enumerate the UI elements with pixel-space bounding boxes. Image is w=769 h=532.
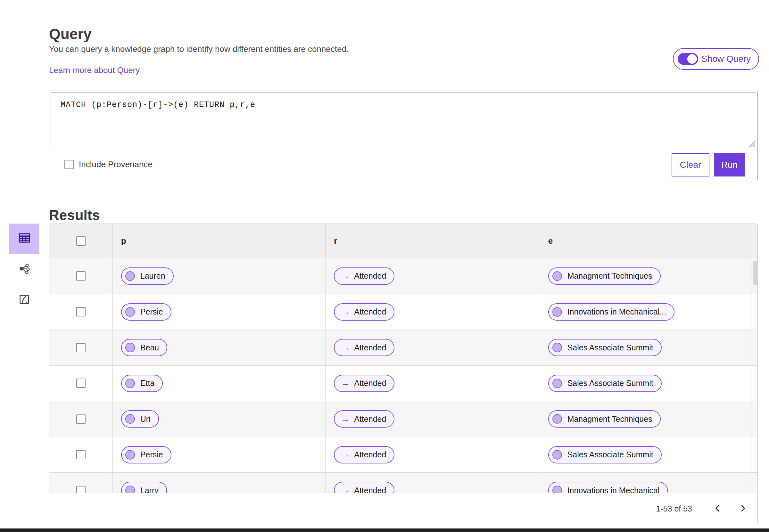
relation-pill[interactable]: →Attended xyxy=(334,446,395,463)
table-row: Beau →Attended Sales Associate Summit xyxy=(49,330,757,365)
entity-pill[interactable]: Etta xyxy=(121,375,163,392)
show-query-toggle[interactable]: Show Query xyxy=(673,48,759,70)
entity-pill[interactable]: Sales Associate Summit xyxy=(548,339,662,356)
entity-node-icon xyxy=(552,343,562,352)
table-view-button[interactable] xyxy=(9,224,39,254)
query-input[interactable]: MATCH (p:Person)-[r]->(e) RETURN p,r,e xyxy=(51,92,756,148)
entity-pill[interactable]: Innovations in Mechanical xyxy=(548,482,668,494)
chevron-right-icon xyxy=(738,503,748,514)
arrow-right-icon: → xyxy=(341,272,349,280)
table-row: Etta →Attended Sales Associate Summit xyxy=(49,365,757,401)
entity-node-icon xyxy=(552,450,562,460)
entity-node-icon xyxy=(125,343,135,352)
arrow-right-icon: → xyxy=(341,343,349,352)
pagination-range: 1-53 of 53 xyxy=(656,504,692,513)
page-description: You can query a knowledge graph to ident… xyxy=(49,44,348,54)
results-table: p r e Lauren →Attended Managment Techniq… xyxy=(49,224,758,524)
row-checkbox[interactable] xyxy=(76,450,86,459)
next-page-button[interactable] xyxy=(736,501,750,516)
row-checkbox[interactable] xyxy=(76,379,86,388)
table-row: Larry →Attended Innovations in Mechanica… xyxy=(49,472,757,494)
arrow-right-icon: → xyxy=(341,307,349,316)
vertical-scrollbar[interactable] xyxy=(753,261,757,285)
entity-pill[interactable]: Managment Techniques xyxy=(548,410,661,428)
entity-node-icon xyxy=(125,486,135,494)
entity-pill[interactable]: Lauren xyxy=(121,267,174,285)
entity-pill[interactable]: Managment Techniques xyxy=(548,267,661,285)
entity-node-icon xyxy=(125,271,135,281)
arrow-right-icon: → xyxy=(341,415,349,423)
map-icon xyxy=(18,293,31,307)
row-checkbox[interactable] xyxy=(76,271,86,281)
query-panel: MATCH (p:Person)-[r]->(e) RETURN p,r,e I… xyxy=(49,91,758,180)
entity-node-icon xyxy=(552,271,562,281)
entity-pill[interactable]: Persie xyxy=(121,303,171,321)
row-checkbox[interactable] xyxy=(76,414,86,424)
entity-node-icon xyxy=(125,379,135,388)
map-view-button[interactable] xyxy=(9,285,39,315)
entity-pill[interactable]: Larry xyxy=(121,482,167,494)
show-query-label: Show Query xyxy=(701,54,751,64)
relation-pill[interactable]: →Attended xyxy=(334,303,395,321)
learn-more-link[interactable]: Learn more about Query xyxy=(49,65,140,75)
entity-node-icon xyxy=(552,379,562,388)
column-header-r: r xyxy=(334,236,337,246)
row-checkbox[interactable] xyxy=(76,486,86,494)
entity-pill[interactable]: Beau xyxy=(121,339,167,356)
entity-pill[interactable]: Uri xyxy=(121,410,159,428)
entity-node-icon xyxy=(552,414,562,424)
table-row: Lauren →Attended Managment Techniques xyxy=(49,258,757,294)
network-view-button[interactable] xyxy=(9,254,39,284)
network-graph-icon xyxy=(18,263,30,276)
arrow-right-icon: → xyxy=(341,450,349,459)
table-body: Lauren →Attended Managment Techniques Pe… xyxy=(49,258,757,494)
include-provenance-label: Include Provenance xyxy=(79,160,152,169)
row-checkbox[interactable] xyxy=(76,307,86,316)
entity-pill[interactable]: Persie xyxy=(121,446,171,463)
toggle-switch-icon[interactable] xyxy=(678,53,698,65)
relation-pill[interactable]: →Attended xyxy=(334,339,395,356)
previous-page-button[interactable] xyxy=(710,501,725,516)
relation-pill[interactable]: →Attended xyxy=(334,375,395,392)
select-all-checkbox[interactable] xyxy=(76,236,86,246)
page-title: Query xyxy=(49,25,92,43)
view-switcher xyxy=(0,224,49,315)
arrow-right-icon: → xyxy=(341,379,349,388)
pagination-bar: 1-53 of 53 xyxy=(49,493,757,524)
run-button[interactable]: Run xyxy=(714,153,745,176)
entity-pill[interactable]: Sales Associate Summit xyxy=(548,375,662,392)
row-checkbox[interactable] xyxy=(76,343,86,352)
entity-node-icon xyxy=(552,307,562,317)
table-row: Persie →Attended Innovations in Mechanic… xyxy=(49,294,757,330)
entity-pill[interactable]: Innovations in Mechanical... xyxy=(548,303,675,321)
table-header-row: p r e xyxy=(49,224,757,258)
table-icon xyxy=(18,231,31,246)
include-provenance-checkbox[interactable] xyxy=(64,160,74,169)
window-bottom-edge xyxy=(0,528,769,532)
relation-pill[interactable]: →Attended xyxy=(334,410,395,428)
table-row: Persie →Attended Sales Associate Summit xyxy=(49,437,757,473)
relation-pill[interactable]: →Attended xyxy=(334,267,395,285)
results-title: Results xyxy=(49,207,100,223)
chevron-left-icon xyxy=(713,503,722,514)
relation-pill[interactable]: →Attended xyxy=(334,482,395,494)
arrow-right-icon: → xyxy=(341,486,349,494)
entity-node-icon xyxy=(125,307,135,317)
include-provenance-row: Include Provenance xyxy=(64,160,152,169)
entity-pill[interactable]: Sales Associate Summit xyxy=(548,446,662,463)
table-row: Uri →Attended Managment Techniques xyxy=(49,401,757,437)
entity-node-icon xyxy=(125,450,135,460)
entity-node-icon xyxy=(552,486,562,494)
column-header-e: e xyxy=(548,236,553,246)
entity-node-icon xyxy=(125,414,135,424)
clear-button[interactable]: Clear xyxy=(672,153,709,176)
column-header-p: p xyxy=(121,236,126,246)
